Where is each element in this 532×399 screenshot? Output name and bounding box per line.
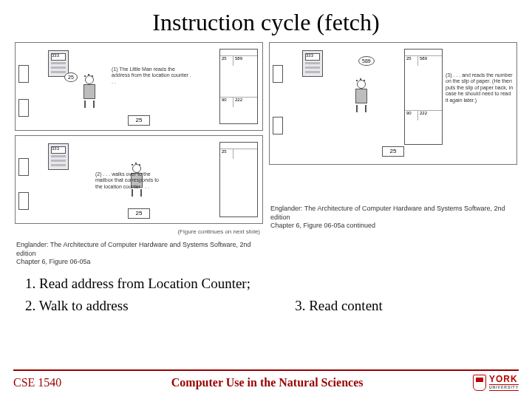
panel-caption: (3) . . . and reads the number on the sl… [446,72,514,103]
calculator-icon: 333 [302,50,323,77]
mailbox-addr: 25 [220,56,233,66]
thought-bubble: 589 [358,56,375,66]
location-counter: 25 [382,146,404,157]
out-basket-icon [18,99,29,117]
in-basket-icon [18,65,29,83]
calculator-icon: 333 [48,50,69,77]
figures-area: 333 25 589 90 222 25 25 (1) The Little M… [0,42,532,270]
mailbox-val: 589 [233,56,257,66]
panel-caption: (1) The Little Man reads the address fro… [112,66,193,85]
step-3: 3. Read content [295,295,507,317]
logo-text-york: YORK [489,375,519,383]
mailbox-val: 222 [418,111,442,120]
mailbox-val: 222 [233,98,257,107]
figure-source-caption: Englander: The Architecture of Computer … [269,203,517,233]
mailboxes-icon: 25 [219,142,258,217]
panel-step2: 333 25 25 (2) . . . walks over to the ma… [15,135,263,224]
step-2: 2. Walk to address [25,295,285,317]
figure-continues-hint: (Figure continues on next slide) [15,228,263,235]
slide-title: Instruction cycle (fetch) [0,0,532,42]
steps-list: 1. Read address from Location Counter; 2… [0,270,532,318]
slide-footer: CSE 1540 Computer Use in the Natural Sci… [13,372,519,393]
mailbox-addr: 25 [220,149,233,159]
out-basket-icon [18,192,29,210]
footer-title: Computer Use in the Natural Sciences [61,376,473,389]
mailbox-addr: 90 [405,111,418,120]
little-man-icon [351,80,372,112]
mailbox-addr: 90 [220,98,233,107]
mailboxes-icon: 25 589 90 222 [404,49,443,145]
panel-step3: 333 25 589 90 222 589 25 (3) . . . and r… [269,42,517,165]
thought-bubble: 25 [64,72,78,82]
york-university-logo: YORK UNIVERSITY [473,375,519,391]
logo-text-university: UNIVERSITY [489,384,519,391]
right-figure-column: 333 25 589 90 222 589 25 (3) . . . and r… [269,42,517,270]
left-figure-column: 333 25 589 90 222 25 25 (1) The Little M… [15,42,263,270]
calculator-value: 333 [306,53,313,58]
location-counter: 25 [128,208,150,219]
mailbox-addr: 25 [405,56,418,66]
shield-icon [473,375,486,391]
course-code: CSE 1540 [13,376,61,389]
figure-source-caption: Englander: The Architecture of Computer … [15,239,263,270]
mailboxes-icon: 25 589 90 222 [219,49,258,124]
step-1: 1. Read address from Location Counter; [25,273,507,295]
little-man-icon [79,75,100,108]
calculator-value: 333 [52,53,59,58]
in-basket-icon [273,65,283,83]
mailbox-val: 589 [418,56,442,66]
location-counter: 25 [128,115,150,126]
out-basket-icon [273,117,283,134]
panel-step1: 333 25 589 90 222 25 25 (1) The Little M… [15,42,263,131]
footer-separator [13,369,519,371]
mailbox-val [233,149,257,159]
calculator-icon: 333 [48,143,69,170]
in-basket-icon [18,158,29,176]
calculator-value: 333 [52,146,59,151]
panel-caption: (2) . . . walks over to the mailbox that… [95,171,162,190]
